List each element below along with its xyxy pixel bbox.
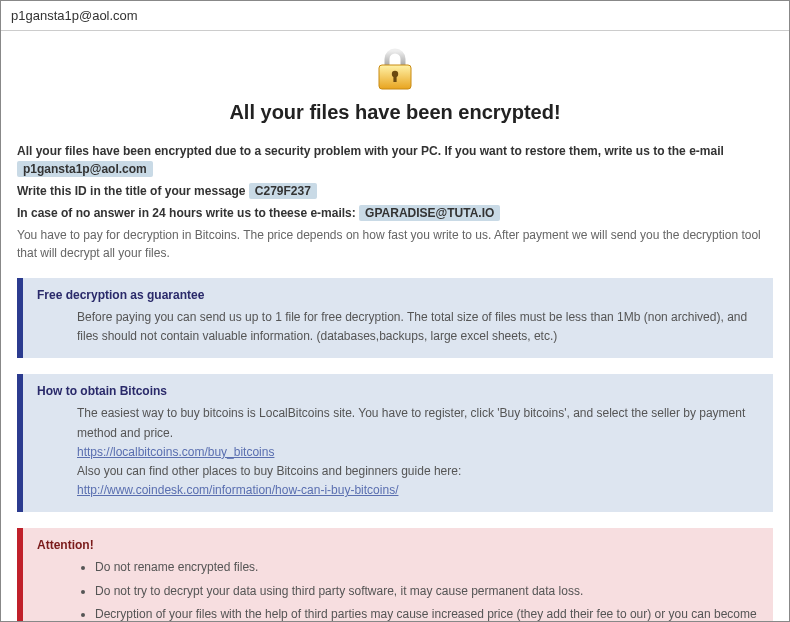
list-item: Decryption of your files with the help o… <box>95 605 761 621</box>
box-text: The easiest way to buy bitcoins is Local… <box>77 404 761 442</box>
box-text: Also you can find other places to buy Bi… <box>77 462 761 481</box>
lock-icon <box>371 45 419 93</box>
list-item: Do not rename encrypted files. <box>95 558 761 577</box>
victim-id-badge: C279F237 <box>249 183 317 199</box>
intro-line2: Write this ID in the title of your messa… <box>17 184 246 198</box>
svg-rect-2 <box>393 75 396 82</box>
window-titlebar: p1gansta1p@aol.com <box>1 1 789 31</box>
box-title: How to obtain Bitcoins <box>37 384 761 398</box>
attention-list: Do not rename encrypted files. Do not tr… <box>77 558 761 621</box>
attention-box: Attention! Do not rename encrypted files… <box>17 528 773 621</box>
box-body: Before paying you can send us up to 1 fi… <box>37 308 761 346</box>
intro-line4: You have to pay for decryption in Bitcoi… <box>17 226 773 262</box>
obtain-bitcoins-box: How to obtain Bitcoins The easiest way t… <box>17 374 773 512</box>
coindesk-link[interactable]: http://www.coindesk.com/information/how-… <box>77 483 398 497</box>
window-title: p1gansta1p@aol.com <box>11 8 138 23</box>
box-title: Attention! <box>37 538 761 552</box>
intro-line1: All your files have been encrypted due t… <box>17 144 724 158</box>
headline: All your files have been encrypted! <box>17 101 773 124</box>
intro-line3: In case of no answer in 24 hours write u… <box>17 206 356 220</box>
localbitcoins-link[interactable]: https://localbitcoins.com/buy_bitcoins <box>77 445 274 459</box>
contact-email-badge: p1gansta1p@aol.com <box>17 161 153 177</box>
box-title: Free decryption as guarantee <box>37 288 761 302</box>
list-item: Do not try to decrypt your data using th… <box>95 582 761 601</box>
free-decryption-box: Free decryption as guarantee Before payi… <box>17 278 773 358</box>
intro-text: All your files have been encrypted due t… <box>17 142 773 262</box>
content-area[interactable]: All your files have been encrypted! All … <box>1 31 789 621</box>
alt-email-badge: GPARADISE@TUTA.IO <box>359 205 500 221</box>
